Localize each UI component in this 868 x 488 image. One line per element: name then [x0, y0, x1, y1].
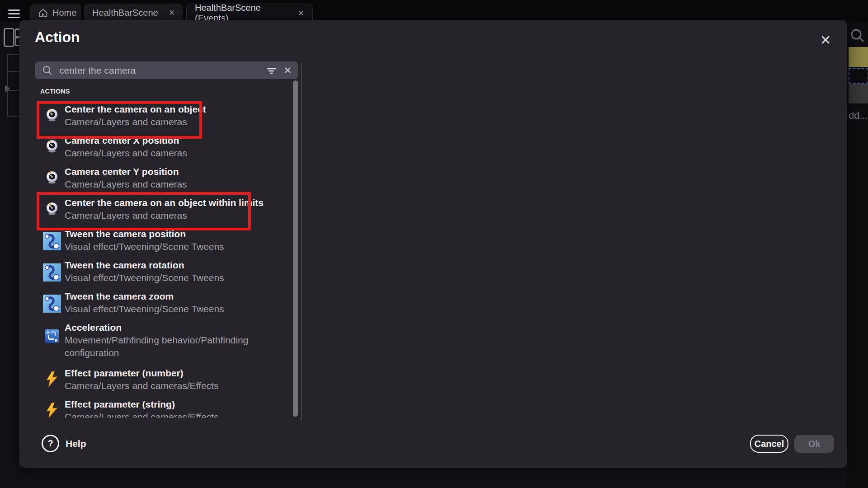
tab-close-icon[interactable]: ✕ — [298, 9, 304, 17]
clear-search-icon[interactable]: ✕ — [283, 66, 292, 75]
action-item[interactable]: Camera center X positionCamera/Layers an… — [35, 134, 293, 163]
dialog-close-icon[interactable]: ✕ — [816, 31, 835, 49]
event-block — [849, 84, 868, 103]
panel-layout-icon — [4, 28, 14, 47]
action-search-bar[interactable]: center the camera ✕ — [35, 61, 298, 79]
help-button[interactable]: ? Help — [42, 435, 86, 452]
list-scrollbar[interactable] — [293, 80, 298, 417]
action-item[interactable]: Tween the camera zoomVisual effect/Tween… — [35, 290, 293, 319]
cancel-button[interactable]: Cancel — [750, 435, 788, 453]
lightning-icon — [42, 403, 62, 418]
svg-text:A: A — [47, 330, 50, 335]
action-item[interactable]: Camera center Y positionCamera/Layers an… — [35, 165, 293, 194]
lightning-icon — [42, 371, 62, 387]
action-path: Camera/Layers and cameras — [65, 209, 264, 222]
action-dialog: Action ✕ center the camera ✕ ACTIONS — [19, 20, 847, 468]
event-block-selected — [849, 47, 868, 67]
event-drop-target — [849, 68, 868, 84]
tab-healthbarscene[interactable]: HealthBarScene ✕ — [84, 4, 183, 22]
tab-label: HealthBarScene — [92, 8, 158, 18]
action-item[interactable]: A B AccelerationMovement/Pathfinding beh… — [35, 321, 293, 365]
search-input[interactable]: center the camera — [59, 65, 265, 76]
event-tree-line — [7, 54, 19, 55]
help-label: Help — [66, 438, 86, 449]
tab-bar: Home HealthBarScene ✕ HealthBarScene (Ev… — [0, 0, 868, 22]
action-title: Tween the camera zoom — [65, 290, 224, 303]
action-path: Camera/Layers and cameras — [65, 147, 187, 160]
tween-icon — [42, 295, 62, 313]
pathfinding-icon: A B — [42, 329, 62, 343]
ok-button[interactable]: Ok — [794, 435, 834, 453]
event-tree-line — [7, 116, 19, 117]
search-icon — [42, 65, 53, 76]
filter-icon[interactable] — [265, 65, 277, 76]
action-title: Center the camera on an object — [65, 103, 206, 116]
action-title: Camera center X position — [65, 134, 187, 147]
action-title: Tween the camera position — [65, 228, 224, 240]
camera-icon — [42, 108, 62, 122]
tab-close-icon[interactable]: ✕ — [169, 9, 175, 17]
action-title: Acceleration — [65, 321, 293, 334]
tab-healthbarscene-events[interactable]: HealthBarScene (Events) ✕ — [186, 4, 313, 22]
action-path: Camera/Layers and cameras/Effects — [65, 380, 218, 392]
dialog-title: Action — [35, 29, 80, 46]
camera-icon — [42, 201, 62, 216]
tween-icon — [42, 263, 62, 282]
action-item[interactable]: Tween the camera positionVisual effect/T… — [35, 228, 293, 257]
action-item[interactable]: Center the camera on an objectCamera/Lay… — [35, 103, 293, 132]
events-search-icon — [850, 28, 865, 43]
svg-text:B: B — [55, 338, 58, 343]
action-item[interactable]: Tween the camera rotationVisual effect/T… — [35, 259, 293, 288]
tween-icon — [42, 232, 62, 250]
action-title: Effect parameter (string) — [65, 398, 218, 411]
tab-home[interactable]: Home — [30, 4, 81, 22]
action-path: Visual effect/Tweening/Scene Tweens — [65, 240, 224, 253]
help-icon: ? — [42, 435, 59, 452]
actions-section-header: ACTIONS — [40, 88, 293, 95]
action-path: Movement/Pathfinding behavior/Pathfindin… — [65, 334, 293, 359]
action-path: Visual effect/Tweening/Scene Tweens — [65, 303, 224, 315]
action-item[interactable]: Center the camera on an object within li… — [35, 197, 293, 225]
tab-label: Home — [52, 8, 76, 18]
event-expand-arrow-icon — [5, 85, 10, 92]
action-path: Visual effect/Tweening/Scene Tweens — [65, 272, 224, 284]
action-item[interactable]: Effect parameter (string)Camera/Layers a… — [35, 398, 293, 418]
camera-icon — [42, 139, 62, 153]
event-tree-line — [7, 71, 19, 72]
action-title: Camera center Y position — [65, 165, 187, 178]
hamburger-menu-icon[interactable] — [8, 9, 20, 18]
action-item[interactable]: Effect parameter (number)Camera/Layers a… — [35, 367, 293, 396]
column-divider — [301, 63, 302, 420]
action-path: Camera/Layers and cameras/Effects — [65, 411, 218, 418]
camera-icon — [42, 170, 62, 184]
action-path: Camera/Layers and cameras — [65, 116, 206, 128]
action-title: Tween the camera rotation — [65, 259, 224, 272]
home-icon — [38, 8, 48, 18]
action-title: Center the camera on an object within li… — [65, 197, 264, 209]
screen: Home HealthBarScene ✕ HealthBarScene (Ev… — [0, 0, 868, 488]
action-path: Camera/Layers and cameras — [65, 178, 187, 191]
action-title: Effect parameter (number) — [65, 367, 218, 380]
actions-list: ACTIONS Center the camera on an objectCa… — [35, 86, 293, 418]
add-event-partial-label: dd... — [849, 110, 868, 122]
